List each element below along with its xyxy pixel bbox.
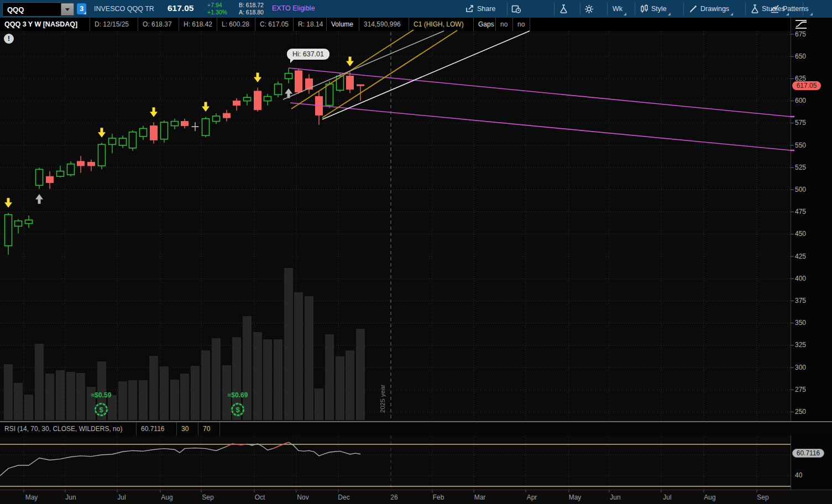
patterns-icon xyxy=(770,4,780,13)
last-price: 617.05 xyxy=(168,3,193,13)
pattern-high-tooltip: Hi: 637.01 xyxy=(287,49,329,60)
bid-ask: B: 618.72 A: 618.80 xyxy=(239,2,264,16)
close-cell: C: 617.05 xyxy=(255,18,294,31)
rsi-value: 60.7116 xyxy=(137,422,177,435)
calendar-clock-icon xyxy=(511,4,521,14)
price-axis-label: 525 xyxy=(795,164,806,171)
alert-warning-icon[interactable]: ! xyxy=(4,34,14,44)
flask-icon xyxy=(751,4,759,14)
time-axis-label: Jul xyxy=(656,494,678,501)
time-axis[interactable]: MayJunJulAugSepOctNovDec26FebMarAprMayJu… xyxy=(0,490,832,504)
price-axis-label: 400 xyxy=(795,275,806,282)
linked-group-badge[interactable]: 3 xyxy=(77,3,86,14)
time-axis-label: Sep xyxy=(752,494,774,501)
time-axis-label: Oct xyxy=(249,494,271,501)
price-change: +7.94 +1.30% xyxy=(207,2,227,16)
time-axis-label: Apr xyxy=(521,494,543,501)
onDemand-button[interactable] xyxy=(511,0,521,18)
time-axis-label: Jun xyxy=(604,494,626,501)
ask-value: A: 618.80 xyxy=(239,9,264,16)
pencil-icon xyxy=(689,4,698,13)
dropdown-corner-icon xyxy=(810,13,813,15)
gaps-label[interactable]: Gaps xyxy=(474,18,496,31)
change-value: +7.94 xyxy=(207,2,227,9)
pattern-c1-cell[interactable]: C1 (HIGH, LOW) xyxy=(409,18,474,31)
dropdown-corner-icon xyxy=(624,13,626,15)
share-icon xyxy=(465,4,474,13)
year-divider-label: 2025 year xyxy=(379,362,386,413)
gap-down-cell[interactable]: no xyxy=(513,18,530,31)
time-axis-label: Jun xyxy=(60,494,82,501)
volume-value: 314,590,996 xyxy=(359,18,409,31)
price-axis-label: 450 xyxy=(795,230,806,238)
time-axis-label: May xyxy=(20,494,43,501)
price-axis-label: 250 xyxy=(795,408,806,416)
chart-data-header: QQQ 3 Y W [NASDAQ] D: 12/15/25 O: 618.37… xyxy=(0,18,791,31)
company-name: INVESCO QQQ TR xyxy=(94,5,154,13)
rsi-40-label: 40 xyxy=(795,471,802,479)
auto-scale-icon[interactable] xyxy=(794,19,809,30)
price-axis[interactable]: 6756506256005755505255004754504254003753… xyxy=(791,31,832,421)
settings-button[interactable] xyxy=(584,0,594,18)
price-axis-corner xyxy=(791,18,832,31)
rsi-axis[interactable]: 40 60.7116 xyxy=(791,435,832,490)
volume-label: Volume xyxy=(327,18,359,31)
drawings-button[interactable]: Drawings xyxy=(689,0,729,18)
gap-up-cell[interactable]: no xyxy=(496,18,513,31)
timeframe-button[interactable]: Wk xyxy=(613,0,622,18)
rsi-chart-panel[interactable] xyxy=(0,435,791,490)
gear-icon xyxy=(584,4,594,14)
low-cell: L: 600.28 xyxy=(217,18,255,31)
chevron-down-icon xyxy=(65,8,70,11)
top-toolbar: QQQ 3 INVESCO QQQ TR 617.05 +7.94 +1.30%… xyxy=(0,0,832,18)
dropdown-corner-icon xyxy=(668,13,671,15)
time-axis-label: May xyxy=(564,494,586,501)
time-axis-label: Sep xyxy=(197,494,219,501)
price-axis-label: 425 xyxy=(795,253,806,260)
price-axis-label: 500 xyxy=(795,186,806,193)
toolbar-separator xyxy=(635,3,635,15)
patterns-button[interactable]: Patterns xyxy=(770,0,809,18)
price-axis-label: 675 xyxy=(795,30,806,38)
share-button[interactable]: Share xyxy=(465,0,495,18)
time-axis-label: Aug xyxy=(699,494,721,501)
rsi-overbought-cell[interactable]: 70 xyxy=(198,422,220,435)
dropdown-corner-icon xyxy=(730,13,733,15)
trading-platform-window: QQQ 3 INVESCO QQQ TR 617.05 +7.94 +1.30%… xyxy=(0,0,832,504)
price-axis-label: 600 xyxy=(795,97,806,104)
symbol-value: QQQ xyxy=(3,6,61,14)
chart-title: QQQ 3 Y W [NASDAQ] xyxy=(0,18,90,31)
price-axis-label: 550 xyxy=(795,141,806,149)
high-cell: H: 618.42 xyxy=(179,18,217,31)
time-axis-label: Nov xyxy=(292,494,314,501)
time-axis-label: Dec xyxy=(333,494,355,501)
price-axis-label: 275 xyxy=(795,386,806,393)
toolbar-separator xyxy=(607,3,608,15)
last-price-badge: 617.05 xyxy=(792,81,821,90)
style-button[interactable]: Style xyxy=(640,0,667,18)
price-axis-label: 650 xyxy=(795,53,806,60)
symbol-input[interactable]: QQQ xyxy=(2,2,74,17)
toolbar-separator xyxy=(554,3,554,15)
price-axis-label: 300 xyxy=(795,364,806,371)
change-percent: +1.30% xyxy=(207,9,227,16)
price-axis-label: 350 xyxy=(795,319,806,327)
rsi-study-header: RSI (14, 70, 30, CLOSE, WILDERS, no) 60.… xyxy=(0,421,832,435)
analysis-tools-button[interactable] xyxy=(559,0,568,18)
bid-value: B: 618.72 xyxy=(239,2,264,9)
exto-eligible-label: EXTO Eligible xyxy=(272,4,315,12)
rsi-oversold-cell[interactable]: 30 xyxy=(177,422,198,435)
time-axis-label: Jul xyxy=(111,494,133,501)
toolbar-separator xyxy=(683,3,684,15)
rsi-title[interactable]: RSI (14, 70, 30, CLOSE, WILDERS, no) xyxy=(0,422,137,435)
price-axis-label: 325 xyxy=(795,341,806,349)
rsi-value-badge: 60.7116 xyxy=(792,449,824,458)
flask-icon xyxy=(559,4,568,14)
time-axis-label: Aug xyxy=(156,494,178,501)
range-cell: R: 18.14 xyxy=(294,18,327,31)
symbol-dropdown-button[interactable] xyxy=(61,3,74,15)
price-axis-label: 375 xyxy=(795,297,806,305)
toolbar-separator xyxy=(580,3,580,15)
toolbar-separator xyxy=(507,3,507,15)
main-price-chart[interactable] xyxy=(0,31,791,421)
